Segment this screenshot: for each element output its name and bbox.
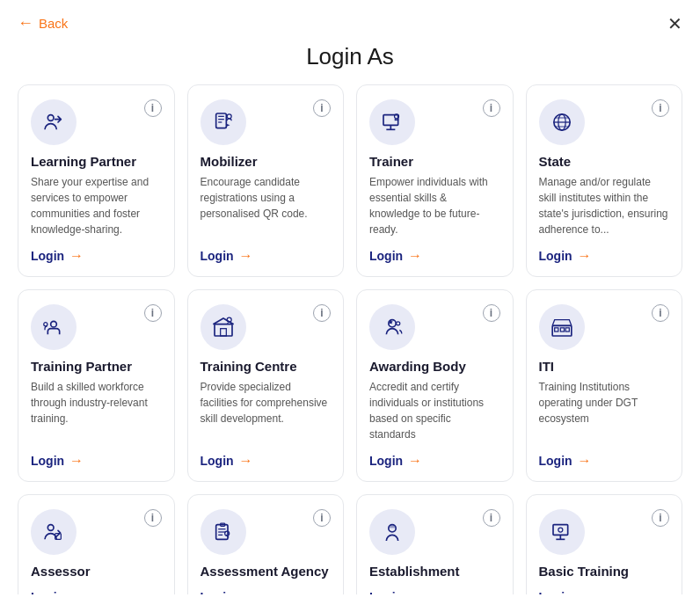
icon-circle-assessment-agency [201,509,246,555]
icon-circle-awarding-body [369,304,415,350]
login-arrow-icon-awarding-body: → [408,453,422,469]
cards-grid: i Learning Partner Share your expertise … [0,84,700,594]
info-icon-awarding-body[interactable]: i [483,304,500,322]
icon-circle-iti [539,304,585,350]
login-button-training-partner[interactable]: Login → [31,453,162,469]
login-button-assessment-agency[interactable]: Login → [201,589,332,594]
info-icon-assessment-agency[interactable]: i [313,509,331,527]
login-label-learning-partner: Login [31,249,64,263]
card-title-training-partner: Training Partner [31,359,162,374]
login-arrow-icon-basic-training: → [578,589,592,594]
card-establishment: i Establishment Login → [356,494,514,594]
card-basic-training: i Basic Training Login → [526,494,683,594]
card-assessment-agency: i Assessment Agency Login → [187,494,345,594]
back-arrow-icon: ← [18,14,33,33]
card-iti: i ITI Training Institutions operating un… [526,289,683,482]
icon-circle-training-partner [31,304,77,350]
card-title-basic-training: Basic Training [539,564,670,579]
info-icon-learning-partner[interactable]: i [144,99,162,117]
icon-circle-basic-training [539,509,585,555]
card-title-assessment-agency: Assessment Agency [201,564,332,579]
info-icon-trainer[interactable]: i [483,99,500,117]
card-title-iti: ITI [539,359,670,374]
login-button-training-centre[interactable]: Login → [201,453,332,469]
login-arrow-icon-training-centre: → [239,453,253,469]
svg-rect-24 [560,328,564,332]
card-icon-row: i [369,509,500,555]
login-label-basic-training: Login [539,590,572,594]
card-training-partner: i Training Partner Build a skilled workf… [18,289,175,482]
card-training-centre: i Training Centre Provide specialized fa… [187,289,345,482]
svg-rect-18 [220,329,226,336]
close-button[interactable]: ✕ [667,15,682,33]
login-label-trainer: Login [369,249,403,263]
top-bar: ← Back ✕ [0,0,700,40]
login-arrow-icon-assessor: → [69,589,84,594]
login-label-training-partner: Login [31,454,64,468]
icon-circle-state [539,99,585,145]
login-button-establishment[interactable]: Login → [369,589,500,594]
login-button-trainer[interactable]: Login → [369,248,500,264]
card-icon-row: i [31,304,162,350]
login-arrow-icon-state: → [578,248,592,264]
svg-point-21 [397,322,400,325]
login-button-basic-training[interactable]: Login → [539,589,670,594]
icon-circle-trainer [369,99,415,145]
login-label-training-centre: Login [201,454,234,468]
info-icon-establishment[interactable]: i [483,509,500,527]
card-state: i State Manage and/or regulate skill ins… [526,84,683,277]
svg-point-5 [227,114,231,119]
back-button[interactable]: ← Back [18,14,68,33]
login-button-assessor[interactable]: Login → [31,589,162,594]
login-arrow-icon-learning-partner: → [69,248,84,264]
card-icon-row: i [369,99,500,145]
login-button-awarding-body[interactable]: Login → [369,453,500,469]
card-assessor: i Assessor Login → [18,494,175,594]
card-title-awarding-body: Awarding Body [369,359,500,374]
card-title-assessor: Assessor [31,564,162,579]
login-label-assessor: Login [31,590,64,594]
card-icon-row: i [369,304,500,350]
card-icon-row: i [539,304,670,350]
svg-point-15 [51,321,57,327]
login-arrow-icon-mobilizer: → [239,248,253,264]
card-icon-row: i [31,99,162,145]
card-icon-row: i [201,509,332,555]
card-desc-iti: Training Institutions operating under DG… [539,379,670,442]
info-icon-training-centre[interactable]: i [313,304,331,322]
login-label-awarding-body: Login [369,454,403,468]
svg-rect-25 [565,328,569,332]
card-icon-row: i [201,304,332,350]
icon-circle-establishment [369,509,415,555]
svg-rect-23 [554,328,558,332]
svg-rect-1 [215,113,226,128]
icon-circle-learning-partner [31,99,77,145]
login-button-state[interactable]: Login → [539,248,670,264]
info-icon-iti[interactable]: i [652,304,669,322]
card-title-state: State [539,154,670,169]
card-desc-state: Manage and/or regulate skill institutes … [539,174,670,237]
page-title: Login As [0,43,700,70]
svg-rect-17 [215,324,232,336]
card-icon-row: i [539,509,670,555]
card-desc-training-centre: Provide specialized facilities for compr… [201,379,332,442]
card-title-mobilizer: Mobilizer [201,154,332,169]
card-title-training-centre: Training Centre [201,359,332,374]
card-learning-partner: i Learning Partner Share your expertise … [18,84,175,277]
card-desc-mobilizer: Encourage candidate registrations using … [201,174,332,237]
login-arrow-icon-assessment-agency: → [239,589,253,594]
info-icon-mobilizer[interactable]: i [313,99,331,117]
login-label-iti: Login [539,454,572,468]
login-button-learning-partner[interactable]: Login → [31,248,162,264]
login-label-assessment-agency: Login [201,590,234,594]
login-button-iti[interactable]: Login → [539,453,670,469]
card-icon-row: i [201,99,332,145]
info-icon-training-partner[interactable]: i [144,304,162,322]
card-desc-awarding-body: Accredit and certify individuals or inst… [369,379,500,442]
info-icon-assessor[interactable]: i [144,509,162,527]
login-label-state: Login [539,249,572,263]
back-label: Back [39,16,68,31]
info-icon-state[interactable]: i [652,99,669,117]
login-button-mobilizer[interactable]: Login → [201,248,332,264]
info-icon-basic-training[interactable]: i [652,509,669,527]
